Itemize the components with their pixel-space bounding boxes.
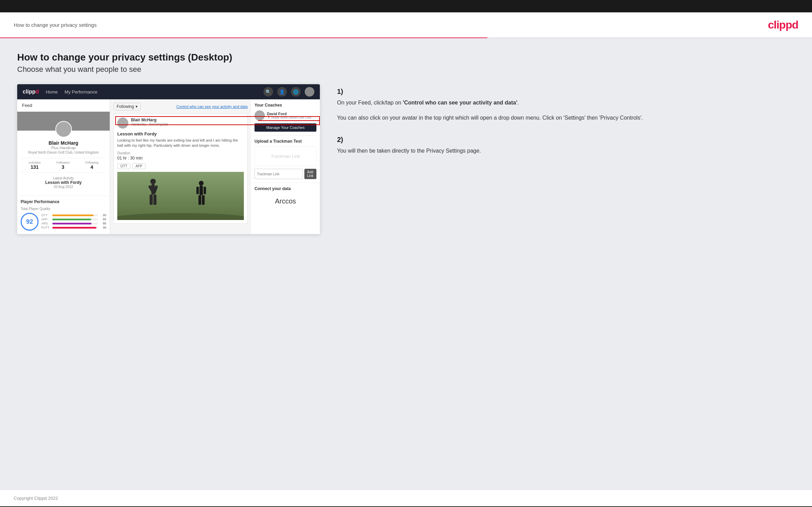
metric-ott-label: OTT [41, 213, 51, 217]
activity-title: Lesson with Fordy [117, 131, 244, 136]
following-label: Following [117, 104, 134, 109]
profile-handicap: Plus Handicap [21, 146, 106, 150]
latest-activity-name: Lesson with Fordy [24, 180, 103, 185]
coach-club: 📍 Royal North Devon Golf Club [267, 116, 311, 119]
metrics-list: OTT 90 APP [41, 213, 106, 230]
activity-card: Blair McHarg Yesterday · Sunningdale Les… [113, 114, 248, 224]
stat-activities-label: Activities [29, 161, 41, 164]
tag-ott: OTT [117, 163, 130, 169]
connect-title: Connect your data [255, 186, 316, 191]
person-icon[interactable]: 👤 [277, 87, 287, 97]
main-heading: How to change your privacy settings (Des… [17, 52, 795, 63]
svg-rect-11 [204, 187, 206, 194]
mockup-logo: clippd [23, 89, 39, 95]
page-title: How to change your privacy settings [14, 22, 97, 28]
activity-desc: Looking to feel like my hands are exitin… [117, 138, 244, 148]
activity-user-info: Blair McHarg Yesterday · Sunningdale [131, 118, 168, 126]
connect-section: Connect your data Arccos [251, 183, 320, 212]
activity-image [117, 172, 244, 220]
nav-home[interactable]: Home [46, 89, 58, 95]
search-icon[interactable]: 🔍 [263, 87, 273, 97]
svg-rect-13 [202, 195, 205, 205]
trackman-section: Upload a Trackman Test Trackman Link Add… [251, 135, 320, 183]
metric-app-bar [52, 219, 91, 220]
svg-rect-6 [150, 195, 153, 205]
user-avatar[interactable] [305, 87, 314, 97]
stat-activities: Activities 131 [29, 161, 41, 170]
mockup-body: Feed Blair McHarg Plus Handicap Royal No… [17, 99, 320, 234]
metric-ott: OTT 90 [41, 213, 106, 217]
step-1: 1) On your Feed, click/tap on 'Control w… [337, 88, 795, 122]
metric-ott-val: 90 [99, 213, 106, 217]
svg-rect-7 [153, 195, 156, 205]
svg-point-2 [150, 179, 156, 184]
activity-header: Blair McHarg Yesterday · Sunningdale [117, 118, 244, 129]
svg-point-8 [199, 181, 204, 186]
metric-arg-bar-bg [52, 223, 98, 224]
step-2: 2) You will then be taken directly to th… [337, 136, 795, 155]
metric-ott-bar [52, 214, 94, 216]
trackman-input[interactable] [255, 169, 303, 179]
control-privacy-link[interactable]: Control who can see your activity and da… [176, 104, 248, 109]
metric-putt-bar [52, 227, 96, 229]
svg-rect-10 [196, 187, 199, 194]
svg-rect-12 [198, 195, 201, 205]
coach-club-name: Royal North Devon Golf Club [271, 116, 311, 119]
profile-club: Royal North Devon Golf Club, United King… [21, 151, 106, 154]
metric-putt: PUTT 96 [41, 226, 106, 229]
main-content: How to change your privacy settings (Des… [0, 38, 812, 490]
tag-pills: OTT APP [117, 163, 244, 169]
metric-ott-bar-bg [52, 214, 98, 216]
nav-my-performance[interactable]: My Performance [65, 89, 97, 95]
profile-info: Blair McHarg Plus Handicap Royal North D… [17, 131, 110, 196]
metric-app: APP 85 [41, 218, 106, 221]
stat-followers-label: Followers [56, 161, 70, 164]
metric-arg: ARG 86 [41, 222, 106, 225]
coach-name: David Ford [267, 112, 311, 116]
trackman-box: Trackman Link [255, 146, 316, 166]
metric-putt-val: 96 [99, 226, 106, 229]
following-button[interactable]: Following ▾ [113, 103, 141, 110]
coaches-section: Your Coaches David Ford 📍 Royal North De… [251, 99, 320, 135]
stat-activities-value: 131 [29, 164, 41, 170]
profile-avatar [55, 121, 72, 137]
top-bar [0, 0, 812, 12]
site-header: How to change your privacy settings clip… [0, 12, 812, 37]
stat-followers-value: 3 [56, 164, 70, 170]
mockup-sidebar: Feed Blair McHarg Plus Handicap Royal No… [17, 99, 110, 234]
score-circle: 92 [21, 213, 39, 231]
step-1-extra: You can also click on your avatar in the… [337, 113, 795, 122]
manage-coaches-button[interactable]: Manage Your Coaches [255, 123, 316, 132]
latest-activity-label: Latest Activity [24, 176, 103, 180]
trackman-placeholder: Trackman Link [258, 154, 313, 159]
latest-activity: Latest Activity Lesson with Fordy 03 Aug… [21, 173, 106, 192]
profile-name: Blair McHarg [21, 140, 106, 146]
copyright-text: Copyright Clippd 2022 [14, 496, 58, 501]
activity-user-name: Blair McHarg [131, 118, 168, 122]
content-columns: clippd Home My Performance 🔍 👤 🌐 Feed [17, 84, 795, 234]
tpq-row: 92 OTT 90 APP [21, 213, 106, 231]
activity-user-avatar [117, 118, 128, 129]
activity-img-inner [117, 172, 244, 220]
tag-app: APP [132, 163, 145, 169]
pp-title: Player Performance [21, 199, 106, 204]
metric-putt-label: PUTT [41, 226, 51, 229]
add-link-button[interactable]: Add Link [304, 169, 316, 179]
step-2-number: 2) [337, 136, 795, 144]
location-icon: 📍 [267, 116, 271, 119]
instructions-panel: 1) On your Feed, click/tap on 'Control w… [334, 84, 795, 169]
mockup-nav: clippd Home My Performance 🔍 👤 🌐 [17, 84, 320, 99]
player-performance-section: Player Performance Total Player Quality … [17, 196, 110, 234]
svg-rect-0 [117, 172, 244, 220]
latest-activity-date: 03 Aug 2022 [24, 185, 103, 189]
stat-followers: Followers 3 [56, 161, 70, 170]
globe-icon[interactable]: 🌐 [291, 87, 301, 97]
following-bar: Following ▾ Control who can see your act… [113, 103, 248, 110]
trackman-title: Upload a Trackman Test [255, 139, 316, 144]
activity-meta: Yesterday · Sunningdale [131, 122, 168, 126]
mockup-right-panel: Your Coaches David Ford 📍 Royal North De… [251, 99, 320, 234]
coaches-title: Your Coaches [255, 103, 316, 108]
feed-tab[interactable]: Feed [17, 99, 110, 112]
stat-following-value: 4 [85, 164, 98, 170]
clippd-logo: clippd [768, 19, 798, 31]
